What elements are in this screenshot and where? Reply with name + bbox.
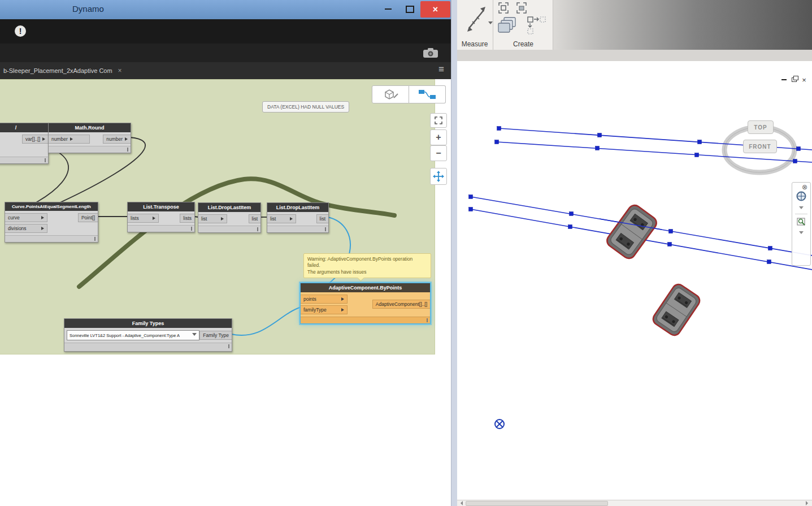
- port-arrow-icon: [70, 137, 73, 141]
- dynamo-titlebar[interactable]: Dynamo ×: [0, 0, 451, 20]
- zoom-region-icon[interactable]: [796, 217, 806, 227]
- wire-selected[interactable]: [231, 307, 301, 335]
- node-curve-points[interactable]: Curve.PointsAtEqualSegmentLength curve d…: [5, 202, 98, 243]
- output-port[interactable]: list: [249, 214, 260, 223]
- dynamo-canvas[interactable]: / var[]..[] Math.Round number numbe: [0, 79, 451, 506]
- camera-icon: [423, 47, 438, 58]
- tab-close-icon[interactable]: ×: [118, 67, 122, 75]
- input-port[interactable]: list: [267, 214, 296, 223]
- node-footer: [267, 226, 328, 232]
- array-copy-icon: [526, 15, 548, 36]
- viewcube-top-face[interactable]: TOP: [748, 120, 774, 134]
- measure-tool-button[interactable]: [463, 2, 490, 36]
- port-label: AdaptiveComponent[]..[]: [376, 301, 427, 307]
- scroll-left-icon[interactable]: [458, 501, 463, 505]
- node-divide[interactable]: / var[]..[]: [0, 123, 49, 164]
- output-port[interactable]: Family Type: [199, 331, 232, 340]
- input-port[interactable]: lists: [128, 214, 159, 223]
- create-array-button[interactable]: [526, 15, 548, 36]
- node-title[interactable]: List.Transpose: [128, 202, 194, 211]
- zoom-dropdown-icon[interactable]: [799, 231, 804, 236]
- steering-wheel-icon[interactable]: [796, 191, 807, 202]
- output-port[interactable]: list: [316, 214, 328, 223]
- close-icon: ×: [433, 5, 438, 15]
- input-port[interactable]: points: [301, 295, 348, 304]
- window-divider[interactable]: [451, 0, 457, 506]
- output-port[interactable]: lists: [180, 214, 194, 223]
- geometry-view-button[interactable]: [372, 85, 409, 103]
- input-port[interactable]: curve: [5, 213, 47, 222]
- port-arrow-icon: [290, 217, 293, 220]
- scrollbar-thumb[interactable]: [466, 501, 608, 506]
- port-arrow-icon: [341, 297, 344, 301]
- node-title[interactable]: List.DropLastItem: [198, 203, 260, 212]
- revit-options-bar: [457, 50, 812, 62]
- node-family-types[interactable]: Family Types Sonneville LVT1&2 Support -…: [64, 318, 232, 352]
- node-list-transpose[interactable]: List.Transpose lists lists: [127, 202, 195, 232]
- port-arrow-icon: [41, 216, 44, 219]
- node-title[interactable]: AdaptiveComponent.ByPoints: [301, 283, 430, 292]
- zoom-out-button[interactable]: −: [430, 145, 447, 161]
- create-panel-label[interactable]: Create: [494, 38, 553, 50]
- warning-line: The arguments have issues: [307, 269, 366, 275]
- port-label: points: [303, 296, 316, 302]
- revit-ribbon: Measure: [457, 0, 812, 50]
- port-label: list: [270, 216, 276, 222]
- node-title[interactable]: Math.Round: [49, 123, 131, 132]
- output-port[interactable]: var[]..[]: [22, 135, 48, 144]
- workspace-tab[interactable]: b-Sleeper_Placement_2xAdaptive Com ×: [0, 62, 125, 79]
- node-title[interactable]: Curve.PointsAtEqualSegmentLength: [5, 202, 98, 211]
- null-values-tooltip: DATA (EXCEL) HAD NULL VALUES: [262, 101, 349, 113]
- measure-dropdown-icon[interactable]: [488, 21, 493, 27]
- warning-alert-icon[interactable]: !: [15, 25, 26, 37]
- window-title: Dynamo: [72, 4, 104, 14]
- output-port[interactable]: number: [103, 135, 131, 144]
- node-footer: [198, 226, 260, 232]
- maximize-icon: [406, 6, 414, 13]
- node-footer: [301, 317, 430, 323]
- scroll-right-icon[interactable]: [806, 501, 810, 505]
- port-label: Family Type: [203, 332, 229, 338]
- hamburger-menu-icon[interactable]: ≡: [438, 64, 444, 75]
- close-button[interactable]: ×: [420, 1, 450, 18]
- graph-view-icon: [418, 88, 437, 101]
- input-port[interactable]: number: [49, 135, 90, 144]
- port-arrow-icon: [153, 217, 155, 220]
- graph-view-button[interactable]: [409, 85, 446, 103]
- navbar-divider: [795, 214, 807, 214]
- create-duplicate-button[interactable]: [497, 16, 518, 36]
- node-title[interactable]: Family Types: [64, 319, 232, 328]
- measure-icon: [463, 2, 490, 36]
- output-port[interactable]: Point[]: [78, 213, 98, 222]
- dropdown-value: Sonneville LVT1&2 Support - Adaptive_Com…: [70, 333, 180, 338]
- output-port[interactable]: AdaptiveComponent[]..[]: [372, 300, 430, 309]
- create-tool-b-button[interactable]: [515, 1, 528, 15]
- node-footer: [128, 225, 194, 232]
- node-adaptive-component-by-points[interactable]: AdaptiveComponent.ByPoints points family…: [300, 283, 431, 324]
- node-math-round[interactable]: Math.Round number number: [48, 123, 131, 153]
- dynamo-menubar: [0, 19, 451, 44]
- node-drop-last-item-2[interactable]: List.DropLastItem list list: [267, 202, 329, 233]
- port-arrow-icon: [341, 308, 344, 312]
- pan-tool-button[interactable]: [430, 168, 447, 185]
- navbar-close-icon[interactable]: ⊗: [802, 183, 807, 191]
- zoom-in-button[interactable]: +: [430, 129, 447, 145]
- input-port[interactable]: divisions: [5, 224, 47, 233]
- input-port[interactable]: list: [198, 214, 227, 223]
- node-title[interactable]: /: [0, 123, 48, 132]
- family-type-dropdown[interactable]: Sonneville LVT1&2 Support - Adaptive_Com…: [67, 330, 199, 340]
- node-title[interactable]: List.DropLastItem: [267, 203, 328, 212]
- input-port[interactable]: familyType: [301, 305, 348, 314]
- viewcube-front-face[interactable]: FRONT: [743, 140, 777, 153]
- node-drop-last-item-1[interactable]: List.DropLastItem list list: [198, 202, 261, 233]
- revit-3d-view[interactable]: ×: [457, 61, 812, 500]
- dynamo-toolbar: [0, 44, 451, 62]
- create-tool-a-button[interactable]: [497, 1, 510, 15]
- maximize-button[interactable]: [399, 0, 420, 18]
- export-snapshot-button[interactable]: [423, 47, 438, 60]
- minimize-button[interactable]: [377, 0, 399, 18]
- zoom-fit-button[interactable]: [430, 113, 447, 128]
- ribbon-collapsed-area: [553, 0, 812, 50]
- measure-panel-label[interactable]: Measure: [457, 38, 493, 50]
- navbar-dropdown-icon[interactable]: [799, 206, 804, 211]
